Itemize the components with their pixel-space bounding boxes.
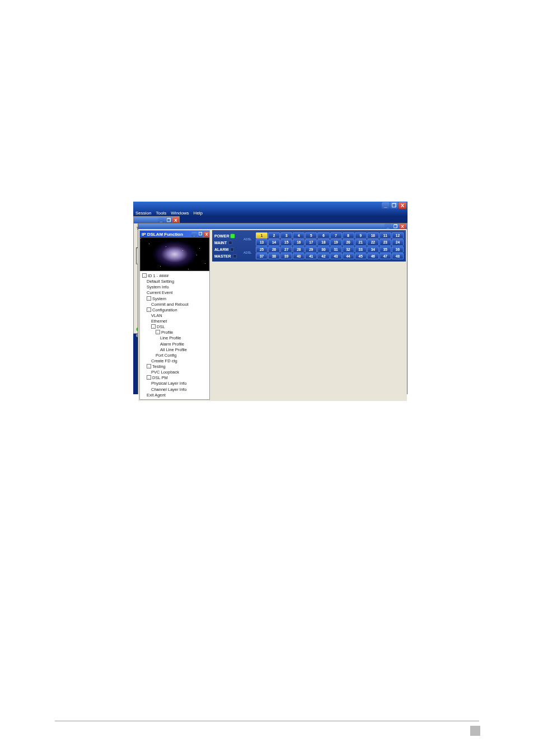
port-38[interactable]: 38	[268, 253, 280, 259]
port-13[interactable]: 13	[256, 239, 268, 245]
tree-maximize-button[interactable]: ❐	[165, 217, 172, 223]
port-21[interactable]: 21	[355, 239, 367, 245]
menu-tools[interactable]: Tools	[156, 211, 166, 216]
port-25[interactable]: 25	[256, 246, 268, 253]
port-4[interactable]: 4	[293, 232, 305, 239]
function-panel: IP DSLAM Function _ ❐ X -ID 1 - ####Defa…	[139, 230, 210, 400]
port-14[interactable]: 14	[268, 239, 280, 245]
port-34[interactable]: 34	[367, 246, 379, 253]
port-44[interactable]: 44	[343, 253, 354, 259]
function-tree[interactable]: -ID 1 - ####Default SettingSystem InfoCu…	[140, 271, 209, 399]
port-20[interactable]: 20	[343, 239, 354, 245]
port-40[interactable]: 40	[293, 253, 305, 259]
tree-item[interactable]: PVC Loopback	[142, 370, 208, 375]
tree-toggle-icon[interactable]: -	[156, 330, 160, 334]
port-33[interactable]: 33	[355, 246, 367, 253]
tree-item[interactable]: Commit and Reboot	[142, 302, 208, 307]
alarm-led-icon	[230, 248, 234, 251]
tree-item[interactable]: Physical Layer Info	[142, 381, 208, 386]
port-10[interactable]: 10	[367, 232, 379, 239]
main-minimize-button[interactable]: _	[385, 223, 391, 229]
tree-item[interactable]: Alarm Profile	[142, 342, 208, 347]
port-45[interactable]: 45	[355, 253, 367, 259]
tree-item[interactable]: Channel Layer Info	[142, 387, 208, 393]
port-31[interactable]: 31	[330, 246, 342, 253]
port-42[interactable]: 42	[317, 253, 329, 259]
port-41[interactable]: 41	[305, 253, 317, 259]
port-2[interactable]: 2	[268, 232, 280, 239]
port-9[interactable]: 9	[355, 232, 367, 239]
tree-item[interactable]: -Configuration	[142, 307, 208, 313]
port-19[interactable]: 19	[330, 239, 342, 245]
port-18[interactable]: 18	[317, 239, 329, 245]
port-12[interactable]: 12	[392, 232, 404, 239]
func-minimize-button[interactable]: _	[191, 232, 197, 237]
tree-toggle-icon[interactable]: -	[147, 307, 151, 312]
port-48[interactable]: 48	[392, 253, 404, 259]
port-6[interactable]: 6	[317, 232, 329, 239]
port-7[interactable]: 7	[330, 232, 342, 239]
func-maximize-button[interactable]: ❐	[198, 232, 203, 237]
tree-toggle-icon[interactable]: -	[151, 324, 156, 329]
port-17[interactable]: 17	[305, 239, 317, 245]
port-29[interactable]: 29	[305, 246, 317, 253]
tree-item[interactable]: -DSL PM	[142, 375, 208, 381]
outer-minimize-button[interactable]: _	[382, 202, 390, 209]
port-3[interactable]: 3	[280, 232, 292, 239]
main-maximize-button[interactable]: ❐	[392, 223, 399, 229]
menu-windows[interactable]: Windows	[171, 211, 189, 216]
tree-item[interactable]: -Profile	[142, 330, 208, 335]
port-24[interactable]: 24	[392, 239, 404, 245]
tree-item[interactable]: VLAN	[142, 313, 208, 319]
menu-help[interactable]: Help	[194, 211, 203, 216]
port-43[interactable]: 43	[330, 253, 342, 259]
port-30[interactable]: 30	[317, 246, 329, 253]
port-27[interactable]: 27	[280, 246, 292, 253]
port-15[interactable]: 15	[280, 239, 292, 245]
port-11[interactable]: 11	[380, 232, 391, 239]
port-28[interactable]: 28	[293, 246, 305, 253]
port-8[interactable]: 8	[343, 232, 354, 239]
tree-item[interactable]: -Testing	[142, 364, 208, 370]
tree-item[interactable]: -ID 1 - ####	[142, 273, 208, 279]
tree-item[interactable]: All Line Profile	[142, 347, 208, 353]
tree-close-button[interactable]: X	[172, 217, 179, 223]
port-46[interactable]: 46	[367, 253, 379, 259]
tree-item[interactable]: Create FD ctg	[142, 358, 208, 364]
port-grid: 1234567891011121314151617181920212223242…	[256, 232, 404, 259]
tree-item[interactable]: Current Event	[142, 290, 208, 296]
port-26[interactable]: 26	[268, 246, 280, 253]
port-5[interactable]: 5	[305, 232, 317, 239]
outer-maximize-button[interactable]: ❐	[390, 202, 398, 209]
port-36[interactable]: 36	[392, 246, 404, 253]
port-23[interactable]: 23	[380, 239, 391, 245]
tree-toggle-icon[interactable]: -	[147, 375, 151, 380]
port-35[interactable]: 35	[380, 246, 391, 253]
port-37[interactable]: 37	[256, 253, 268, 259]
tree-item[interactable]: -DSL	[142, 324, 208, 330]
port-39[interactable]: 39	[280, 253, 292, 259]
tree-item[interactable]: Ethernet	[142, 319, 208, 324]
tree-item-label: System	[152, 296, 166, 301]
port-32[interactable]: 32	[343, 246, 354, 253]
port-1[interactable]: 1	[256, 232, 268, 239]
port-22[interactable]: 22	[367, 239, 379, 245]
tree-toggle-icon[interactable]: -	[142, 273, 147, 278]
led-alarm: ALARM	[214, 248, 242, 251]
outer-close-button[interactable]: X	[399, 202, 406, 209]
tree-minimize-button[interactable]: _	[158, 217, 165, 223]
page-number-box	[470, 726, 480, 736]
tree-item[interactable]: Line Profile	[142, 335, 208, 341]
port-16[interactable]: 16	[293, 239, 305, 245]
tree-toggle-icon[interactable]: -	[147, 296, 151, 301]
tree-item[interactable]: -System	[142, 296, 208, 302]
tree-item[interactable]: Port Config	[142, 353, 208, 358]
func-close-button[interactable]: X	[204, 232, 209, 237]
menu-session[interactable]: Session	[135, 211, 151, 216]
port-47[interactable]: 47	[380, 253, 391, 259]
main-close-button[interactable]: X	[399, 223, 406, 229]
tree-item[interactable]: Default Setting	[142, 279, 208, 284]
tree-toggle-icon[interactable]: -	[147, 364, 151, 368]
tree-item[interactable]: Exit Agent	[142, 393, 208, 398]
tree-item[interactable]: System Info	[142, 284, 208, 290]
